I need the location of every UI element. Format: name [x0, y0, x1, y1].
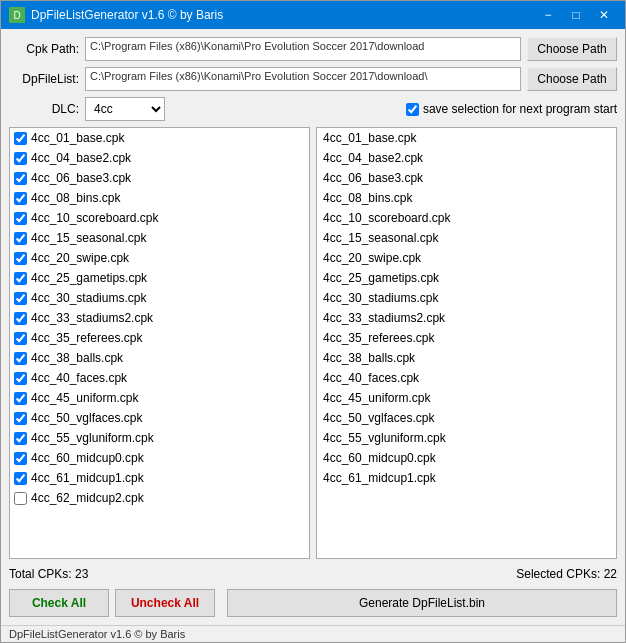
save-selection-checkbox[interactable] — [406, 103, 419, 116]
list-item-text: 4cc_50_vglfaces.cpk — [31, 409, 142, 427]
cpk-choose-button[interactable]: Choose Path — [527, 37, 617, 61]
list-item-checkbox[interactable] — [14, 392, 27, 405]
list-item-text: 4cc_25_gametips.cpk — [31, 269, 147, 287]
dpfile-path-row: DpFileList: C:\Program Files (x86)\Konam… — [9, 67, 617, 91]
list-item: 4cc_08_bins.cpk — [10, 188, 309, 208]
list-item-checkbox[interactable] — [14, 172, 27, 185]
list-item-text: 4cc_35_referees.cpk — [31, 329, 142, 347]
right-list-item: 4cc_38_balls.cpk — [317, 348, 616, 368]
right-list-item: 4cc_08_bins.cpk — [317, 188, 616, 208]
list-item-checkbox[interactable] — [14, 352, 27, 365]
list-item: 4cc_62_midcup2.cpk — [10, 488, 309, 508]
check-all-button[interactable]: Check All — [9, 589, 109, 617]
content-area: Cpk Path: C:\Program Files (x86)\Konami\… — [1, 29, 625, 625]
generate-button[interactable]: Generate DpFileList.bin — [227, 589, 617, 617]
minimize-button[interactable]: − — [535, 5, 561, 25]
maximize-button[interactable]: □ — [563, 5, 589, 25]
dlc-row: DLC: 4cc 3cc 2cc 1cc — [9, 97, 165, 121]
list-item-checkbox[interactable] — [14, 212, 27, 225]
list-item: 4cc_55_vgluniform.cpk — [10, 428, 309, 448]
list-item-checkbox[interactable] — [14, 372, 27, 385]
list-item: 4cc_04_base2.cpk — [10, 148, 309, 168]
list-item: 4cc_33_stadiums2.cpk — [10, 308, 309, 328]
selected-cpks: Selected CPKs: 22 — [516, 567, 617, 581]
list-item: 4cc_06_base3.cpk — [10, 168, 309, 188]
dpfile-path-label: DpFileList: — [9, 72, 79, 86]
list-item-text: 4cc_62_midcup2.cpk — [31, 489, 144, 507]
left-list-scroll[interactable]: 4cc_01_base.cpk4cc_04_base2.cpk4cc_06_ba… — [10, 128, 309, 558]
left-buttons: Check All Uncheck All — [9, 589, 215, 617]
app-icon: D — [9, 7, 25, 23]
save-selection-label: save selection for next program start — [423, 102, 617, 116]
list-item: 4cc_45_uniform.cpk — [10, 388, 309, 408]
list-item-checkbox[interactable] — [14, 312, 27, 325]
list-item-text: 4cc_30_stadiums.cpk — [31, 289, 146, 307]
title-bar: D DpFileListGenerator v1.6 © by Baris − … — [1, 1, 625, 29]
status-text: DpFileListGenerator v1.6 © by Baris — [9, 628, 185, 640]
list-item: 4cc_25_gametips.cpk — [10, 268, 309, 288]
right-list-item: 4cc_25_gametips.cpk — [317, 268, 616, 288]
list-item-checkbox[interactable] — [14, 272, 27, 285]
right-list-item: 4cc_15_seasonal.cpk — [317, 228, 616, 248]
dlc-save-row: DLC: 4cc 3cc 2cc 1cc save selection for … — [9, 97, 617, 121]
list-item-text: 4cc_60_midcup0.cpk — [31, 449, 144, 467]
title-bar-controls: − □ ✕ — [535, 5, 617, 25]
list-item-checkbox[interactable] — [14, 332, 27, 345]
list-item-checkbox[interactable] — [14, 232, 27, 245]
title-bar-left: D DpFileListGenerator v1.6 © by Baris — [9, 7, 223, 23]
list-item: 4cc_38_balls.cpk — [10, 348, 309, 368]
right-list-item: 4cc_33_stadiums2.cpk — [317, 308, 616, 328]
dpfile-choose-button[interactable]: Choose Path — [527, 67, 617, 91]
list-item-checkbox[interactable] — [14, 492, 27, 505]
right-list-panel: 4cc_01_base.cpk4cc_04_base2.cpk4cc_06_ba… — [316, 127, 617, 559]
list-item-text: 4cc_20_swipe.cpk — [31, 249, 129, 267]
list-item-text: 4cc_10_scoreboard.cpk — [31, 209, 158, 227]
list-item-text: 4cc_40_faces.cpk — [31, 369, 127, 387]
list-item: 4cc_01_base.cpk — [10, 128, 309, 148]
total-cpks: Total CPKs: 23 — [9, 567, 88, 581]
cpk-path-row: Cpk Path: C:\Program Files (x86)\Konami\… — [9, 37, 617, 61]
bottom-buttons-row: Check All Uncheck All Generate DpFileLis… — [9, 589, 617, 617]
right-list-item: 4cc_50_vglfaces.cpk — [317, 408, 616, 428]
save-selection-row: save selection for next program start — [406, 102, 617, 116]
list-item: 4cc_61_midcup1.cpk — [10, 468, 309, 488]
status-bar: DpFileListGenerator v1.6 © by Baris — [1, 625, 625, 642]
right-list-item: 4cc_10_scoreboard.cpk — [317, 208, 616, 228]
list-item-text: 4cc_08_bins.cpk — [31, 189, 120, 207]
dlc-label: DLC: — [9, 102, 79, 116]
list-item-text: 4cc_15_seasonal.cpk — [31, 229, 146, 247]
list-item-text: 4cc_55_vgluniform.cpk — [31, 429, 154, 447]
list-item-checkbox[interactable] — [14, 472, 27, 485]
list-item-text: 4cc_45_uniform.cpk — [31, 389, 138, 407]
list-item-text: 4cc_38_balls.cpk — [31, 349, 123, 367]
list-item-text: 4cc_04_base2.cpk — [31, 149, 131, 167]
list-item-checkbox[interactable] — [14, 252, 27, 265]
list-item-checkbox[interactable] — [14, 132, 27, 145]
list-item-checkbox[interactable] — [14, 432, 27, 445]
window-title: DpFileListGenerator v1.6 © by Baris — [31, 8, 223, 22]
list-item-checkbox[interactable] — [14, 452, 27, 465]
dpfile-path-input[interactable]: C:\Program Files (x86)\Konami\Pro Evolut… — [85, 67, 521, 91]
list-item-text: 4cc_33_stadiums2.cpk — [31, 309, 153, 327]
cpk-path-label: Cpk Path: — [9, 42, 79, 56]
list-item-checkbox[interactable] — [14, 152, 27, 165]
list-item-checkbox[interactable] — [14, 412, 27, 425]
list-item: 4cc_40_faces.cpk — [10, 368, 309, 388]
right-list-item: 4cc_04_base2.cpk — [317, 148, 616, 168]
main-window: D DpFileListGenerator v1.6 © by Baris − … — [0, 0, 626, 643]
right-list-item: 4cc_06_base3.cpk — [317, 168, 616, 188]
list-item-checkbox[interactable] — [14, 292, 27, 305]
right-list-item: 4cc_20_swipe.cpk — [317, 248, 616, 268]
dlc-select[interactable]: 4cc 3cc 2cc 1cc — [85, 97, 165, 121]
uncheck-all-button[interactable]: Uncheck All — [115, 589, 215, 617]
right-list-scroll[interactable]: 4cc_01_base.cpk4cc_04_base2.cpk4cc_06_ba… — [317, 128, 616, 558]
list-item: 4cc_35_referees.cpk — [10, 328, 309, 348]
close-button[interactable]: ✕ — [591, 5, 617, 25]
list-item-checkbox[interactable] — [14, 192, 27, 205]
list-item-text: 4cc_61_midcup1.cpk — [31, 469, 144, 487]
list-item: 4cc_30_stadiums.cpk — [10, 288, 309, 308]
list-item: 4cc_20_swipe.cpk — [10, 248, 309, 268]
right-list-item: 4cc_40_faces.cpk — [317, 368, 616, 388]
list-item: 4cc_60_midcup0.cpk — [10, 448, 309, 468]
cpk-path-input[interactable]: C:\Program Files (x86)\Konami\Pro Evolut… — [85, 37, 521, 61]
